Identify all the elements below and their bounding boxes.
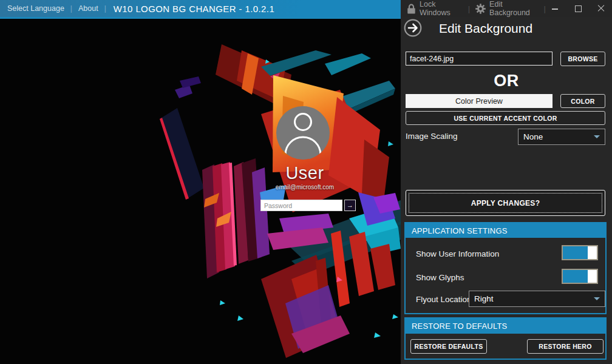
color-button[interactable]: COLOR (560, 94, 605, 108)
toggle-fill (563, 270, 588, 283)
arrow-circle-icon[interactable] (404, 19, 422, 37)
person-icon (276, 106, 330, 160)
edit-background-tab[interactable]: Edit Background (489, 0, 539, 17)
restore-section: RESTORE TO DEFAULTS RESTORE DEFAULTS RES… (404, 317, 607, 360)
menu-about[interactable]: About (78, 4, 98, 13)
maximize-button[interactable] (574, 5, 582, 12)
use-accent-color-button[interactable]: USE CURRENT ACCENT COLOR (406, 111, 605, 125)
chevron-down-icon (594, 297, 600, 300)
window-buttons (551, 5, 605, 12)
titlebar-left: Select Language | About | W10 LOGON BG C… (0, 0, 401, 17)
titlebar-separator: | (70, 4, 72, 13)
toggle-fill (563, 246, 588, 259)
panel-title: Edit Background (439, 21, 532, 36)
logon-user-email: email@microsoft.com (226, 184, 384, 190)
apply-changes-button[interactable]: APPLY CHANGES? (406, 190, 605, 216)
flyout-location-value: Right (474, 294, 494, 303)
image-scaling-value: None (523, 132, 543, 141)
show-glyphs-toggle[interactable] (562, 269, 598, 284)
edit-background-panel: Edit Background BROWSE OR Color Preview … (401, 17, 612, 364)
flyout-location-label: Flyout Location (416, 295, 472, 304)
titlebar-separator: | (468, 4, 470, 13)
minimize-button[interactable] (551, 5, 559, 12)
app-title: W10 LOGON BG CHANGER - 1.0.2.1 (114, 4, 274, 14)
titlebar-separator: | (544, 4, 546, 13)
filename-input[interactable] (406, 52, 552, 66)
color-preview-swatch: Color Preview (406, 94, 552, 108)
submit-arrow-icon: → (347, 201, 353, 209)
logon-preview: User email@microsoft.com → (0, 17, 401, 364)
toggle-knob (588, 270, 597, 283)
show-glyphs-label: Show Glyphs (416, 273, 464, 282)
restore-hero-button[interactable]: RESTORE HERO (527, 339, 604, 354)
lock-icon (407, 4, 416, 14)
restore-header: RESTORE TO DEFAULTS (406, 318, 605, 334)
close-button[interactable] (597, 5, 605, 12)
user-avatar (276, 106, 330, 160)
show-user-information-toggle[interactable] (562, 245, 598, 260)
titlebar-right: Lock Windows | Edit Background | (401, 0, 612, 17)
logon-user-name: User (226, 163, 384, 183)
titlebar-separator: | (104, 4, 106, 13)
background-art (0, 17, 401, 364)
app-window: Select Language | About | W10 LOGON BG C… (0, 0, 612, 364)
password-input[interactable] (260, 200, 342, 211)
or-label: OR (401, 72, 612, 90)
browse-button[interactable]: BROWSE (560, 52, 605, 66)
menu-select-language[interactable]: Select Language (7, 4, 64, 13)
image-scaling-label: Image Scaling (406, 132, 458, 141)
application-settings-header: APPLICATION SETTINGS (406, 223, 605, 238)
image-scaling-dropdown[interactable]: None (518, 129, 605, 145)
application-settings-section: APPLICATION SETTINGS Show User Informati… (404, 222, 607, 314)
password-submit-button[interactable]: → (344, 200, 356, 211)
show-user-information-label: Show User Information (416, 249, 499, 258)
gear-icon (475, 4, 486, 14)
flyout-location-dropdown[interactable]: Right (469, 291, 605, 307)
password-row: → (260, 200, 356, 211)
lock-windows-button[interactable]: Lock Windows (420, 0, 463, 17)
chevron-down-icon (594, 135, 600, 138)
titlebar: Select Language | About | W10 LOGON BG C… (0, 0, 612, 17)
restore-defaults-button[interactable]: RESTORE DEFAULTS (410, 339, 487, 354)
toggle-knob (588, 246, 597, 259)
